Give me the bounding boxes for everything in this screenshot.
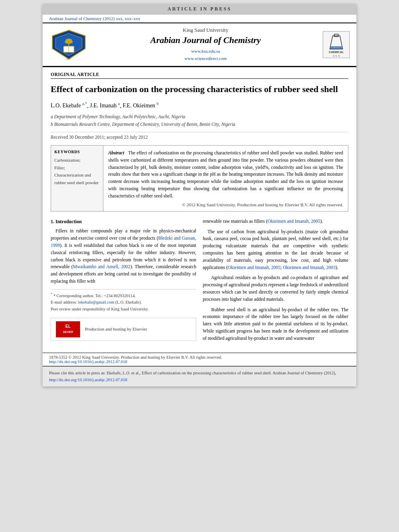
affiliations: a Department of Polymer Technology, Auch…	[51, 113, 348, 128]
chemical-logo-icon: CHEMICAL ★ ★ ★	[323, 31, 350, 58]
col2-para4: Rubber seed shell is an agricultural by-…	[203, 306, 348, 342]
footnote-area: * * Corresponding author. Tel.: +234 802…	[51, 289, 196, 313]
university-name: King Saud University	[91, 27, 320, 33]
abstract-body: The effect of carbonization on the proce…	[108, 150, 343, 198]
keywords-title: KEYWORDS	[54, 150, 100, 154]
svg-text:1957: 1957	[66, 58, 72, 60]
intro-heading: 1. Introduction	[51, 218, 196, 226]
keyword-2: Filler;	[54, 164, 100, 172]
author-ekebafe: L.O. Ekebafe a,*	[51, 103, 87, 109]
footnote-peer-review: Peer review under responsibility of King…	[51, 306, 196, 313]
article-in-press-banner: ARTICLE IN PRESS	[43, 4, 356, 14]
abstract-copyright: © 2012 King Saud University. Production …	[108, 202, 343, 207]
citation-text: Arabian Journal of Chemistry (2012) xxx,…	[49, 16, 140, 21]
elsevier-logo-icon: EL SEVIER	[56, 321, 80, 337]
doi-link[interactable]: http://dx.doi.org/10.1016/j.arabjc.2012.…	[49, 359, 127, 364]
chemical-logo-right: CHEMICAL ★ ★ ★	[320, 29, 352, 61]
keyword-1: Carbonization;	[54, 156, 100, 164]
col2-para1: renewable raw materials as fillers (Okie…	[203, 218, 348, 225]
col2-para3: Agricultural residues as by-products and…	[203, 274, 348, 303]
footnote-corresponding: * * Corresponding author. Tel.: +234 802…	[51, 292, 196, 299]
author-imanah: J.E. Imanah a	[90, 103, 119, 109]
url2: www.sciencedirect.com	[91, 55, 320, 62]
svg-text:SEVIER: SEVIER	[63, 331, 73, 333]
two-col-body: 1. Introduction Fillers in rubber compou…	[51, 218, 348, 345]
main-content: ORIGINAL ARTICLE Effect of carbonization…	[43, 67, 356, 350]
ksu-logo-icon: 1957	[50, 29, 88, 61]
ref-mwaikambo[interactable]: Mwaikambo and Ansell, 2002	[73, 264, 130, 269]
journal-citation: Arabian Journal of Chemistry (2012) xxx,…	[43, 14, 356, 23]
journal-title-center: King Saud University Arabian Journal of …	[91, 27, 320, 62]
journal-name: Arabian Journal of Chemistry	[91, 35, 320, 45]
ksu-logo-left: 1957	[47, 27, 91, 63]
svg-rect-8	[323, 31, 350, 58]
ref-okieimen-2005[interactable]: Okieimen and Imanah, 2005	[267, 219, 320, 224]
article-title: Effect of carbonization on the processin…	[51, 84, 348, 95]
page: ARTICLE IN PRESS Arabian Journal of Chem…	[43, 4, 356, 386]
svg-point-13	[337, 47, 339, 49]
svg-text:EL: EL	[65, 324, 70, 329]
abstract-keywords-box: KEYWORDS Carbonization; Filler; Characte…	[51, 145, 348, 212]
svg-point-4	[66, 39, 72, 42]
col1-para1: Fillers in rubber compounds play a major…	[51, 228, 196, 285]
svg-text:CHEMICAL: CHEMICAL	[329, 51, 344, 53]
ref-bledzki[interactable]: Bledzki and Gassan, 1999	[51, 236, 196, 248]
col-left: 1. Introduction Fillers in rubber compou…	[51, 218, 196, 345]
article-type: ORIGINAL ARTICLE	[51, 72, 348, 79]
journal-urls: www.ksu.edu.sa www.sciencedirect.com	[91, 48, 320, 62]
email-link[interactable]: lekebafe@gmail.com	[78, 300, 114, 304]
svg-point-12	[334, 46, 335, 48]
keyword-3: Characterization and rubber seed shell p…	[54, 171, 100, 186]
keywords-list: Carbonization; Filler; Characterization …	[54, 156, 100, 187]
footnote-email: E-mail address: lekebafe@gmail.com (L.O.…	[51, 299, 196, 306]
journal-header: 1957 King Saud University Arabian Journa…	[43, 23, 356, 67]
abstract-text: Abstract The effect of carbonization on …	[108, 150, 343, 200]
received-line: Received 30 December 2011; accepted 23 J…	[51, 132, 348, 140]
bottom-bar: 1878-5352 © 2012 King Saud University. P…	[43, 353, 356, 366]
keywords-box: KEYWORDS Carbonization; Filler; Characte…	[51, 146, 103, 211]
elsevier-text: Production and hosting by Elsevier	[85, 326, 147, 333]
affiliation-a: a Department of Polymer Technology, Auch…	[51, 113, 348, 120]
banner-text: ARTICLE IN PRESS	[168, 6, 232, 12]
col-right: renewable raw materials as fillers (Okie…	[203, 218, 348, 345]
elsevier-footer: EL SEVIER Production and hosting by Else…	[51, 318, 196, 341]
ref-okieimen-2005b[interactable]: Okieimen and Imanah, 2005	[228, 265, 280, 270]
author-okieimen: F.E. Okieimen b	[123, 103, 158, 109]
abstract-box: Abstract The effect of carbonization on …	[103, 146, 348, 211]
url1: www.ksu.edu.sa	[91, 48, 320, 55]
ref-okieimen-2003[interactable]: Okieimen and Imanah, 2003	[283, 265, 335, 270]
affiliation-b: b Biomaterials Research Centre, Departme…	[51, 121, 348, 128]
col2-para2: The use of carbon from agricultural by-p…	[203, 228, 348, 271]
svg-text:★ ★ ★: ★ ★ ★	[333, 55, 340, 57]
abstract-label: Abstract	[108, 150, 124, 155]
issn-text: 1878-5352 © 2012 King Saud University. P…	[49, 355, 222, 359]
cite-doi-link[interactable]: http://dx.doi.org/10.1016/j.arabjc.2012.…	[49, 378, 127, 382]
authors-line: L.O. Ekebafe a,*, J.E. Imanah a, F.E. Ok…	[51, 102, 348, 109]
svg-marker-10	[330, 46, 343, 49]
cite-text: Please cite this article in press as: Ek…	[49, 371, 336, 375]
cite-box: Please cite this article in press as: Ek…	[43, 366, 356, 387]
